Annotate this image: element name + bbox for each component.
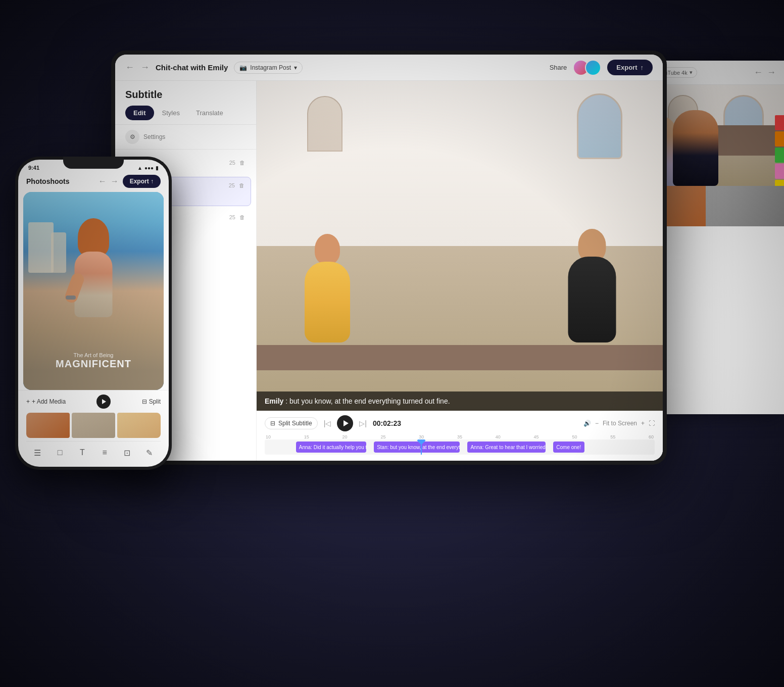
play-button[interactable]: [337, 415, 353, 431]
time-display: 00:02:23: [373, 419, 401, 427]
volume-icon[interactable]: 🔊: [583, 420, 591, 427]
time-label-1: 25: [229, 160, 235, 166]
play-icon: [344, 420, 349, 426]
phone-video-preview: The Art of Being MAGNIFICENT: [23, 192, 164, 390]
tool-btn-3[interactable]: T: [74, 445, 90, 461]
battery-icon: ▮: [156, 165, 159, 171]
phone-toolbar: ☰ □ T ≡ ⊡ ✎: [26, 441, 161, 463]
person-right: [562, 229, 622, 365]
next-frame-btn[interactable]: ▷|: [359, 419, 367, 427]
phone-project-name: Photoshoots: [26, 177, 70, 185]
tablet-topbar-right: Share Export ↑: [550, 60, 653, 76]
tool-btn-1[interactable]: ☰: [29, 445, 45, 461]
signal-icon: ●●●: [144, 165, 154, 171]
plus-icon: +: [26, 398, 30, 405]
split-icon: ⊟: [142, 398, 147, 405]
color-strips: [775, 115, 784, 186]
scene: ☰ The Rush ▷ YouTube 4k ▾ ← → ⚙ Settings: [0, 0, 784, 687]
video-preview: Emily : but you know, at the end everyth…: [257, 81, 663, 411]
woman-figure: [61, 222, 126, 364]
phone-thumb-2: [72, 413, 115, 438]
timeline-ruler: 10 15 20 25 30 35 40 45 50 55 60: [265, 434, 655, 439]
chevron-icon: ▾: [690, 69, 693, 76]
color-strip-pink: [775, 164, 784, 179]
phone-subtitle-text: The Art of Being: [23, 352, 164, 358]
add-media-button[interactable]: + + Add Media: [26, 398, 66, 405]
tool-btn-6[interactable]: ✎: [141, 445, 158, 461]
tool-btn-2[interactable]: □: [52, 445, 68, 461]
split-subtitle-button[interactable]: ⊟ Split Subtitle: [265, 417, 318, 429]
fit-screen-label[interactable]: Fit to Screen: [603, 420, 637, 427]
video-content: Emily : but you know, at the end everyth…: [257, 81, 663, 411]
tablet-screen: ← → Chit-chat with Emily 📷 Instagram Pos…: [115, 55, 663, 461]
settings-item: ⚙ Settings: [115, 125, 256, 150]
chevron-down-icon: ▾: [294, 64, 297, 71]
delete-icon-1[interactable]: 🗑: [239, 160, 245, 166]
phone-thumb-1: [26, 413, 70, 438]
phone-device: 9:41 ▲ ●●● ▮ Photoshoots ← → Export ↑: [15, 157, 172, 470]
phone-status-icons: ▲ ●●● ▮: [137, 165, 159, 171]
color-strip-orange: [775, 131, 784, 146]
phone-main-title: MAGNIFICENT: [23, 358, 164, 370]
phone-split-button[interactable]: ⊟ Split: [142, 398, 161, 405]
phone-forward-btn[interactable]: →: [111, 177, 119, 186]
timeline-extras: 🔊 − Fit to Screen + ⛶: [583, 420, 655, 427]
segment-4[interactable]: Come one!: [553, 441, 584, 453]
avatar-2: [585, 60, 601, 76]
settings-label: Settings: [143, 133, 165, 140]
caption-name: Emily: [265, 397, 283, 405]
phone-upload-icon: ↑: [151, 178, 154, 185]
subtitle-panel-title: Subtitle: [125, 89, 246, 101]
tablet-back-btn[interactable]: ←: [125, 62, 134, 73]
tablet-forward-btn[interactable]: →: [140, 62, 150, 73]
minus-icon[interactable]: −: [595, 420, 599, 427]
plus-icon[interactable]: +: [641, 420, 645, 427]
share-button[interactable]: Share: [550, 64, 567, 71]
back-btn[interactable]: ←: [754, 67, 763, 78]
person-left: [297, 234, 358, 365]
color-strip-red: [775, 115, 784, 130]
desktop-nav: ← →: [754, 67, 776, 78]
tool-btn-5[interactable]: ⊡: [119, 445, 135, 461]
phone-thumbnail-strip: [26, 413, 161, 438]
timeline-controls: ⊟ Split Subtitle |◁ ▷|: [265, 415, 655, 431]
settings-circle-icon: ⚙: [125, 130, 139, 144]
wifi-icon: ▲: [137, 165, 142, 171]
phone-notch: [63, 157, 124, 169]
caption-text: but you know, at the end everything turn…: [289, 397, 450, 405]
phone-back-btn[interactable]: ←: [99, 177, 107, 186]
avatar-group: [573, 60, 601, 76]
segment-3[interactable]: Anna: Great to hear that I worried sick!: [467, 441, 545, 453]
instagram-icon: 📷: [239, 64, 247, 71]
subtitle-item-actions-3: 25 🗑: [229, 214, 245, 220]
forward-btn[interactable]: →: [767, 67, 776, 78]
phone-video-title: The Art of Being MAGNIFICENT: [23, 352, 164, 370]
tool-btn-4[interactable]: ≡: [96, 445, 113, 461]
phone-play-icon: [102, 399, 106, 404]
subtitle-panel-header: Subtitle Edit Styles Translate: [115, 81, 256, 125]
delete-icon-3[interactable]: 🗑: [239, 214, 245, 220]
tablet-device: ← → Chit-chat with Emily 📷 Instagram Pos…: [111, 51, 667, 465]
export-button[interactable]: Export ↑: [607, 60, 653, 75]
time-label-2: 25: [229, 182, 235, 188]
subtitle-item-actions-1: 25 🗑: [229, 160, 245, 166]
fullscreen-icon[interactable]: ⛶: [649, 420, 655, 427]
building-1: [28, 222, 54, 273]
tab-edit[interactable]: Edit: [125, 106, 154, 120]
tablet-format-badge[interactable]: 📷 Instagram Post ▾: [234, 62, 303, 74]
subtitle-tabs: Edit Styles Translate: [125, 106, 246, 120]
phone-export-button[interactable]: Export ↑: [123, 175, 161, 188]
segment-1[interactable]: Anna: Did it actually help you two?: [296, 441, 366, 453]
delete-icon-2[interactable]: 🗑: [239, 182, 244, 188]
phone-bottom-controls: + + Add Media ⊟ Split: [26, 395, 161, 409]
upload-icon: ↑: [641, 64, 644, 71]
tablet-main: Subtitle Edit Styles Translate ⚙ Setting…: [115, 81, 663, 461]
prev-frame-btn[interactable]: |◁: [324, 419, 331, 427]
subtitle-item-actions-2: 25 🗑: [229, 182, 244, 188]
phone-play-button[interactable]: [96, 395, 111, 409]
segment-2[interactable]: Stan: but you know, at the end everythin…: [374, 441, 460, 453]
tab-translate[interactable]: Translate: [188, 106, 231, 120]
tab-styles[interactable]: Styles: [154, 106, 188, 120]
split-icon: ⊟: [270, 420, 275, 427]
video-area: Emily : but you know, at the end everyth…: [257, 81, 663, 461]
